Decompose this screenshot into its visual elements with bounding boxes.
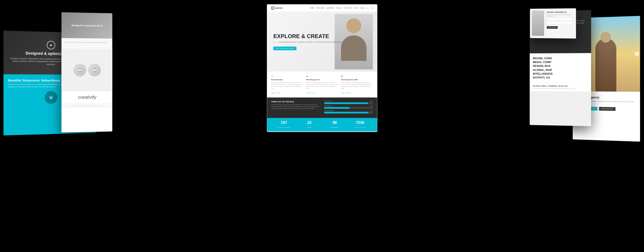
screen-second-left-title: Designed & optimized for hi	[70, 22, 104, 29]
nav-elements[interactable]: ELEMENTS	[326, 7, 334, 9]
nav-shop[interactable]: SHOP	[354, 7, 358, 9]
skills-desc: Lorem ipsum dolor sit amet, consectetur …	[271, 104, 320, 110]
skill-bar-html: HTML / CSS 90%	[324, 101, 373, 104]
stat-label-3: DESIGNERS	[330, 127, 339, 128]
skills-section: THINK OUT OF THE BOX Lorem ipsum dolor s…	[267, 97, 377, 118]
stat-num-2: 23	[296, 120, 322, 125]
main-nav: U UNICON HOME FEATURES ELEMENTS PAGES PO…	[267, 5, 377, 12]
bottom-features: ⊕ 100% Translatable Aenean commodo ligul…	[267, 131, 377, 132]
feature-col-3: ⊞ Development & CMS Aenean commodo ligul…	[341, 75, 373, 94]
features-section: ◇ Brand Identity Aenean commodo ligula e…	[267, 71, 377, 97]
skill-val-html: 90%	[370, 101, 373, 102]
screen-second-left-top: Designed & optimized for hi	[62, 12, 112, 39]
feature-col-title-3: Development & CMS	[341, 79, 373, 81]
right1-bottom: WE ARE A SMALL, POWERFUL TEAM THAT Lorem…	[530, 83, 591, 91]
feature-col-desc-2: Aenean commodo ligula eget dolor. Aenean…	[306, 82, 338, 89]
feature-link-3[interactable]: TAKE A TOUR +	[341, 92, 351, 94]
skill-fill-html	[324, 102, 368, 104]
nav-cart-icon[interactable]: 🛒	[367, 7, 369, 9]
stat-num-3: 98	[322, 120, 348, 125]
feature-col-1: ◇ Brand Identity Aenean commodo ligula e…	[271, 75, 303, 94]
nav-search-icon[interactable]: 🔍	[371, 7, 373, 9]
skill-track-ps	[324, 107, 373, 109]
sub-email-input[interactable]	[547, 22, 573, 24]
screen-second-left-content: Interfaces semantic; deliverables users;…	[62, 38, 112, 49]
hero-section: ‹ › EXPLORE & CREATE Creating outstandin…	[267, 12, 377, 71]
sub-form-heading: BECOME A PREFERRED SU	[547, 11, 573, 13]
beach-person	[595, 38, 616, 91]
hero-prev-arrow[interactable]: ‹	[274, 40, 279, 44]
big-text-line3: DESIGN, BUS	[533, 64, 588, 68]
screen-center: U UNICON HOME FEATURES ELEMENTS PAGES PO…	[267, 4, 377, 132]
play-button[interactable]	[47, 41, 55, 49]
watches-area: ⌚ ⌚	[62, 49, 112, 91]
skill-val-photo: 91%	[370, 110, 373, 111]
stat-label-2: COFFEES	[306, 127, 313, 128]
stat-1: 197 CUPS OF COFFEE	[271, 120, 297, 129]
logo: U UNICON	[271, 7, 283, 10]
skill-fill-ps	[324, 107, 350, 109]
feature-col-title-2: Web Design & UI	[306, 79, 338, 81]
nav-pages[interactable]: PAGES	[336, 7, 342, 9]
feature-col-desc-3: Aenean commodo ligula eget dolor. Aenean…	[341, 82, 373, 89]
feature-icon-2: ◈	[306, 75, 338, 78]
nav-blog[interactable]: BLOG	[360, 7, 364, 9]
big-text-line5: INTELLIGENCE	[533, 72, 588, 76]
skills-left: THINK OUT OF THE BOX Lorem ipsum dolor s…	[271, 101, 320, 115]
stat-3: 98 DESIGNERS	[322, 120, 348, 129]
big-text-line2: MEDIA, COMP	[533, 60, 588, 64]
nav-portfolio[interactable]: PORTFOLIO	[344, 7, 352, 9]
sub-submit-button[interactable]: Subscribe Now	[547, 26, 558, 29]
skill-bar-ps: PHOTOSHOP 52%	[324, 105, 373, 109]
nav-items: HOME FEATURES ELEMENTS PAGES PORTFOLIO S…	[310, 7, 373, 9]
feature-col-title-1: Brand Identity	[271, 79, 303, 81]
bottom-placeholder: Lorem ipsum dolor sit amet, consectetur …	[65, 105, 109, 107]
feature-icon-1: ◇	[271, 75, 303, 78]
stat-label-1: CUPS OF COFFEE	[278, 127, 290, 128]
sub-form-desc: Aenean commodo ligula eget dolor amet co…	[547, 14, 573, 17]
watch-2: ⌚	[88, 64, 101, 76]
agency-purchase-btn[interactable]: PURCHASE NOW	[599, 107, 615, 111]
scene: Designed & optimized for hi Interfaces s…	[0, 0, 644, 252]
stat-num-1: 197	[271, 120, 297, 125]
stat-4: 7230 LINES OF CODE	[348, 120, 373, 129]
big-text-line1: BRAND, CONS	[533, 56, 588, 60]
creativity-text: creativity	[62, 91, 112, 103]
feature-link-2[interactable]: TAKE A TOUR +	[306, 92, 316, 94]
big-text: BRAND, CONS MEDIA, COMP DESIGN, BUS GLOB…	[533, 56, 588, 80]
screen-second-left: Designed & optimized for hi Interfaces s…	[62, 12, 112, 133]
skill-bar-photo: PHOTOGRAPHY 91%	[324, 110, 373, 113]
skills-heading: THINK OUT OF THE BOX	[271, 101, 320, 103]
right1-bottom-desc: Lorem ipsum dolor sit amet, consectetur …	[533, 88, 588, 89]
feature-icon-3: ⊞	[341, 75, 373, 78]
hero-title: EXPLORE & CREATE	[274, 33, 371, 39]
right1-bottom-heading: WE ARE A SMALL, POWERFUL TEAM THAT	[533, 85, 588, 87]
skill-label-html: HTML / CSS	[324, 101, 331, 102]
sub-form: BECOME A PREFERRED SU Aenean commodo lig…	[546, 10, 574, 37]
far-next-arrow[interactable]: ›	[635, 52, 639, 56]
nav-home[interactable]: HOME	[310, 7, 314, 9]
unicon-logo: U	[44, 91, 57, 104]
person-head	[346, 18, 361, 33]
logo-icon: U	[271, 7, 274, 10]
stats-section: 197 CUPS OF COFFEE 23 COFFEES 98 DESIGNE…	[267, 118, 377, 131]
skill-track-photo	[324, 112, 373, 113]
hero-cta-button[interactable]: VIEW MORE FEATURES	[274, 47, 296, 50]
skill-label-ps: PHOTOSHOP	[324, 105, 332, 107]
feature-col-2: ◈ Web Design & UI Aenean commodo ligula …	[306, 75, 338, 94]
stat-num-4: 7230	[348, 120, 373, 125]
feature-link-1[interactable]: TAKE A TOUR +	[271, 92, 282, 94]
skill-track-html	[324, 102, 373, 104]
preferred-sub: BECOME A PREFERRED SU Aenean commodo lig…	[530, 9, 576, 38]
skill-label-photo: PHOTOGRAPHY	[324, 110, 334, 111]
watch-1: ⌚	[73, 64, 86, 76]
big-text-line4: GLOBAL, MAR	[533, 68, 588, 72]
sub-name-input[interactable]	[547, 18, 573, 21]
skills-right: HTML / CSS 90% PHOTOSHOP 52%	[324, 101, 373, 115]
big-text-line6: EATIVITY, CU	[533, 76, 588, 80]
big-text-section: BRAND, CONS MEDIA, COMP DESIGN, BUS GLOB…	[530, 53, 591, 83]
stat-2: 23 COFFEES	[296, 120, 322, 129]
sub-person-image	[532, 11, 544, 36]
nav-features[interactable]: FEATURES	[316, 7, 324, 9]
screen-top-right: BECOME A PREFERRED SU Aenean commodo lig…	[530, 8, 576, 39]
